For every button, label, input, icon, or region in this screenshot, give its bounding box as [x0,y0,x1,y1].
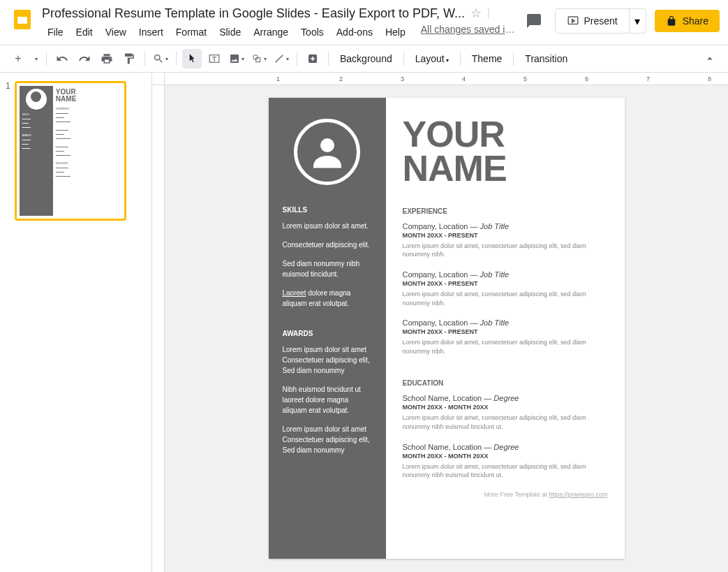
edu-desc: Lorem ipsum dolor sit amet, consectetuer… [403,462,608,480]
textbox-tool[interactable] [205,49,224,68]
new-slide-dropdown[interactable] [31,49,40,68]
menu-tools[interactable]: Tools [295,24,329,41]
star-icon[interactable]: ☆ [470,6,482,21]
menu-arrange[interactable]: Arrange [248,24,294,41]
image-tool[interactable] [227,49,246,68]
paint-format-button[interactable] [119,49,139,68]
edu-desc: Lorem ipsum dolor sit amet, consectetuer… [403,413,608,431]
slide-thumbnail[interactable]: SKILLS▬▬▬▬▬▬▬▬▬▬▬AWARDS▬▬▬▬▬▬▬▬▬▬▬ YOURN… [15,81,126,221]
awards-heading: AWARDS [283,330,372,337]
share-button[interactable]: Share [655,10,720,32]
menu-addons[interactable]: Add-ons [331,24,378,41]
slide-panel[interactable]: 1 SKILLS▬▬▬▬▬▬▬▬▬▬▬AWARDS▬▬▬▬▬▬▬▬▬▬▬ YOU… [0,73,152,572]
present-dropdown[interactable]: ▾ [629,9,646,33]
resume-sidebar[interactable]: SKILLS Lorem ipsum dolor sit amet. Conse… [269,98,386,559]
footer-link: More Free Template at https://prwirepro.… [403,491,608,498]
svg-point-4 [253,55,258,60]
ruler-vertical [152,85,165,572]
slides-logo[interactable] [8,6,36,34]
ruler-horizontal: 12345678 [165,73,728,85]
skills-heading: SKILLS [283,206,372,214]
exp-date: MONTH 20XX - PRESENT [403,328,608,335]
ruler-corner [152,73,165,85]
award-item: Nibh euismod tincidunt ut laoreet dolore… [283,384,372,416]
theme-button[interactable]: Theme [466,50,508,67]
redo-button[interactable] [75,49,94,68]
svg-point-8 [320,138,334,152]
line-tool[interactable] [272,49,291,68]
print-button[interactable] [97,49,117,68]
document-title[interactable]: Professional Resume Template in Google S… [42,6,465,21]
skill-item: Consectetuer adipiscing elit. [283,240,372,250]
exp-date: MONTH 20XX - PRESENT [403,280,608,287]
menu-view[interactable]: View [100,24,132,41]
award-item: Lorem ipsum dolor sit amet Consectetuer … [283,424,372,455]
comment-icon[interactable] [521,8,547,34]
exp-date: MONTH 20XX - PRESENT [403,232,608,239]
exp-entry: Company, Location — Job Title [403,318,608,327]
edu-date: MONTH 20XX - MONTH 20XX [403,453,608,460]
award-item: Lorem ipsum dolor sit amet Consectetuer … [283,344,372,376]
background-button[interactable]: Background [334,50,398,67]
save-status[interactable]: All changes saved in ... [421,24,519,41]
avatar-icon [294,119,360,185]
skill-item: Sed diam nonummy nibh euismod tincidunt. [283,258,372,279]
collapse-toolbar[interactable] [700,49,720,68]
menu-format[interactable]: Format [170,24,212,41]
menu-help[interactable]: Help [380,24,411,41]
skill-item: Laoreet dolore magna aliquam erat volutp… [283,288,372,309]
canvas-area[interactable]: 12345678 SKILLS Lorem ipsum dolor sit am… [152,73,728,572]
svg-line-6 [276,55,283,63]
transition-button[interactable]: Transition [519,50,573,67]
exp-desc: Lorem ipsum dolor sit amet, consectetuer… [403,242,608,259]
present-button[interactable]: Present [556,9,628,33]
shape-tool[interactable] [249,49,269,68]
layout-button[interactable]: Layout [410,50,454,67]
skill-item: Lorem ipsum dolor sit amet. [283,221,372,231]
resume-main[interactable]: YOURNAME EXPERIENCE Company, Location — … [386,98,625,559]
select-tool[interactable] [182,49,202,68]
present-label: Present [584,15,617,27]
edu-entry: School Name, Location — Degree [403,394,608,402]
menu-slide[interactable]: Slide [214,24,246,41]
new-slide-button[interactable]: + [8,49,28,68]
zoom-button[interactable] [151,49,170,68]
menu-insert[interactable]: Insert [133,24,169,41]
exp-desc: Lorem ipsum dolor sit amet, consectetuer… [403,338,608,355]
exp-entry: Company, Location — Job Title [403,222,608,230]
edu-date: MONTH 20XX - MONTH 20XX [403,404,608,411]
exp-desc: Lorem ipsum dolor sit amet, consectetuer… [403,290,608,307]
slide-canvas[interactable]: SKILLS Lorem ipsum dolor sit amet. Conse… [269,98,625,559]
menu-file[interactable]: File [42,24,69,41]
education-heading: EDUCATION [403,379,608,387]
comment-tool[interactable] [303,49,322,68]
thumb-number: 1 [6,81,10,221]
edu-entry: School Name, Location — Degree [403,443,608,451]
share-label: Share [683,15,708,27]
svg-rect-1 [17,17,27,24]
menu-edit[interactable]: Edit [70,24,98,41]
svg-rect-5 [256,58,260,62]
experience-heading: EXPERIENCE [403,207,608,215]
exp-entry: Company, Location — Job Title [403,270,608,279]
undo-button[interactable] [52,49,72,68]
resume-name: YOURNAME [403,117,608,186]
